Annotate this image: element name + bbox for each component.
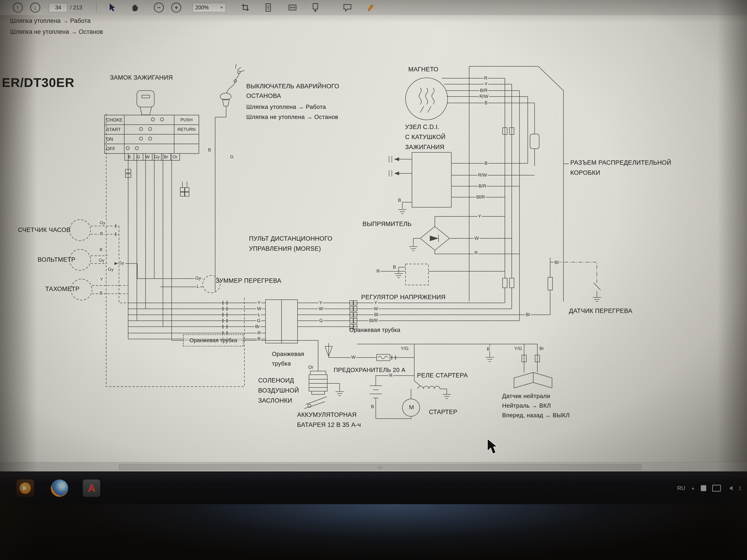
wire-color-tag: W (256, 306, 262, 311)
wiring-diagram: ER/DT30ER ЗАМОК ЗАЖИГАНИЯВЫКЛЮЧАТЕЛЬ АВА… (0, 15, 747, 462)
tray-expand-icon[interactable]: ▲ (691, 486, 695, 490)
wire-letter: G (134, 154, 143, 160)
wire-color-tag: B (484, 161, 488, 166)
monitor-bezel-glow (0, 504, 747, 560)
contact-dots (139, 137, 157, 141)
contact-dots (139, 127, 157, 132)
diagram-label: Вперед, назад → ВЫКЛ (502, 412, 570, 419)
tray-clock-partial: 1 (739, 485, 742, 491)
wire-color-tag: R (474, 250, 478, 255)
scrollbar-thumb[interactable]: ||| (119, 464, 641, 470)
adobe-reader-icon: A (88, 482, 95, 495)
contact-dots (151, 117, 169, 122)
diagram-label: ДАТЧИК ПЕРЕГРЕВА (569, 308, 632, 315)
wire-color-tag: B (99, 247, 103, 252)
diagram-label: ТАХОМЕТР (45, 286, 80, 293)
single-page-view-button[interactable] (264, 3, 273, 12)
wire-color-tag: W (474, 236, 480, 241)
wire-color-tag: Or (308, 365, 314, 370)
page-count-label: / 213 (70, 4, 82, 11)
zoom-out-button[interactable]: − (154, 2, 164, 12)
wire-letter-row: B G W Gy Br Or (125, 154, 180, 161)
tray-action-center-icon[interactable] (701, 485, 706, 491)
wire-color-tag: Y (478, 214, 482, 219)
wire-color-tag: M (408, 404, 415, 410)
wire-color-tag: B (257, 336, 261, 341)
diagram-label: Шляпка не утоплена → Останов (246, 113, 338, 121)
tray-language-indicator[interactable]: RU (677, 485, 685, 491)
diagram-label: СТАРТЕР (429, 408, 457, 416)
table-row: OFF (105, 144, 199, 153)
wire-letter: W (143, 154, 152, 160)
wire-color-tag: R (483, 76, 488, 81)
wire-color-tag: R (257, 330, 261, 336)
tray-volume-icon[interactable] (727, 486, 732, 490)
next-page-button[interactable]: ↓ (30, 2, 40, 12)
wire-color-tag: B (397, 198, 402, 203)
wire-color-tag: B (392, 264, 396, 269)
diagram-label: Датчик нейтрали (502, 393, 550, 400)
wire-color-tag: G (256, 318, 261, 323)
scroll-mode-button[interactable] (311, 3, 320, 12)
wire-letter: Br (161, 154, 171, 160)
diagram-label: АККУМУЛЯТОРНАЯ (297, 411, 357, 419)
diagram-label: трубка (272, 360, 291, 367)
hand-tool-button[interactable] (130, 3, 139, 12)
table-row: CHOKE PUSH (105, 115, 199, 125)
comment-button[interactable] (343, 3, 352, 12)
taskbar-media-player-button[interactable] (17, 479, 34, 497)
wire-color-tag: Bl (554, 260, 559, 265)
diagram-label: РАЗЪЕМ РАСПРЕДЕЛИТЕЛЬНОЙ (570, 159, 671, 166)
taskbar-firefox-button[interactable] (51, 479, 68, 497)
previous-page-button[interactable]: ↑ (13, 2, 23, 12)
wire-color-tag: Gy (99, 220, 106, 225)
zoom-level-value: 200% (195, 5, 209, 11)
diagram-label: ВЫПРЯМИТЕЛЬ (362, 220, 411, 228)
wire-color-tag: Br (255, 324, 260, 329)
orange-tube-callout: Оранжевая трубка (183, 335, 243, 346)
wire-color-tag: Gy (118, 260, 125, 265)
fit-width-button[interactable] (288, 3, 297, 12)
diagram-label: МАГНЕТО (408, 66, 438, 73)
row-label: CHOKE (105, 115, 125, 125)
row-right-label: RETURN (174, 125, 199, 134)
wire-color-tag: Br (539, 346, 545, 351)
wire-color-tag: Gy (98, 258, 105, 263)
toolbar-separator (96, 2, 97, 13)
diagram-label: ВОЗДУШНОЙ (258, 387, 299, 394)
table-row: START RETURN (105, 125, 199, 134)
document-page: Шляпка утоплена → Работа Шляпка не утопл… (0, 15, 747, 462)
row-label: ON (105, 134, 125, 144)
row-label: OFF (105, 144, 125, 153)
wire-letter: Or (171, 154, 179, 160)
diagram-label: УПРАВЛЕНИЯ (MORSE) (249, 245, 321, 252)
diagram-label: Нейтраль → ВКЛ (502, 402, 551, 409)
diagram-label: УЗЕЛ C.D.I. (405, 124, 439, 131)
scrollbar-grip: ||| (378, 465, 382, 470)
zoom-level-select[interactable]: 200% ▼ (193, 3, 226, 12)
wire-color-tag: Y (257, 300, 261, 305)
page-number-input[interactable] (49, 3, 67, 12)
wire-color-tag: B/R (479, 88, 488, 93)
highlight-button[interactable] (365, 3, 375, 12)
select-tool-button[interactable] (107, 3, 116, 12)
diagram-label: ПУЛЬТ ДИСТАНЦИОННОГО (249, 235, 332, 242)
wire-color-tag: Bl/R (475, 194, 486, 199)
tray-display-icon[interactable] (712, 485, 721, 491)
taskbar-adobe-reader-button[interactable]: A (83, 479, 100, 497)
snapshot-tool-button[interactable] (241, 3, 250, 12)
zoom-in-button[interactable]: + (171, 2, 181, 12)
diagram-label: РЕЛЕ СТАРТЕРА (417, 372, 468, 379)
row-right-label (174, 134, 199, 144)
horizontal-scrollbar[interactable]: ||| (0, 462, 747, 472)
hand-tool-icon (130, 3, 139, 12)
wire-color-tag: G (229, 154, 234, 159)
diagram-label: ВЫКЛЮЧАТЕЛЬ АВАРИЙНОГО (246, 83, 339, 90)
page-icon (264, 3, 273, 12)
wire-color-tag: Bl (374, 312, 379, 317)
wire-color-tag: B (207, 147, 212, 152)
diagram-label: Оранжевая трубка (349, 327, 400, 333)
wire-letter: B (125, 154, 134, 160)
wire-color-tag: R (376, 269, 380, 274)
scroll-down-icon (311, 3, 320, 12)
